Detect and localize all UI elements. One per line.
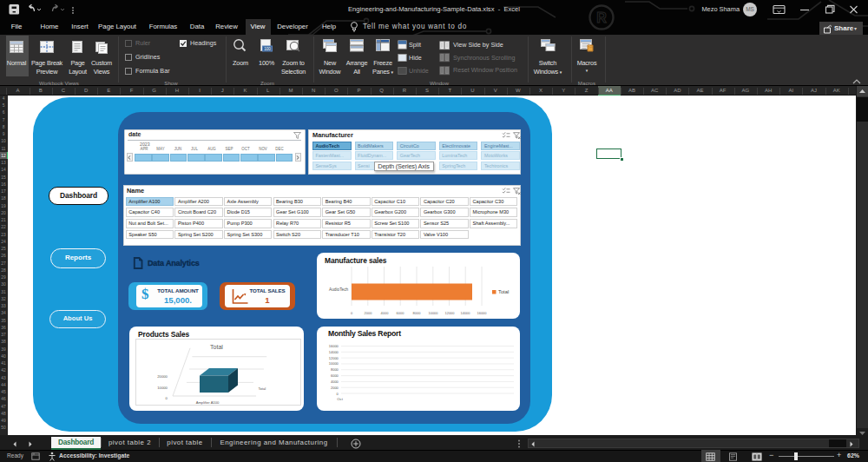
svg-text:100: 100	[264, 47, 271, 51]
